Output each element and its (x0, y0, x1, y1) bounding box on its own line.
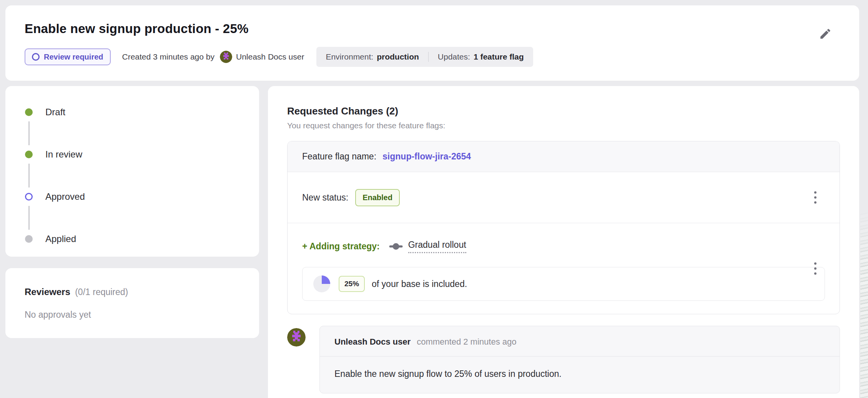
header-meta-row: Review required Created 3 minutes ago by (25, 47, 840, 67)
requested-changes-title: Requested Changes (2) (287, 105, 840, 117)
reviewers-card: Reviewers (0/1 required) No approvals ye… (5, 268, 259, 338)
rollout-percentage-badge: 25% (339, 276, 365, 292)
kebab-menu-icon (814, 191, 816, 194)
timeline-step-label: Draft (45, 107, 65, 118)
requested-changes-card: Requested Changes (2) You request change… (268, 86, 859, 398)
kebab-menu-icon (814, 262, 816, 265)
new-status-row: New status: Enabled (288, 172, 840, 223)
author-avatar (220, 51, 232, 63)
status-timeline-card: Draft In review Approved Applied (5, 86, 259, 257)
background-texture (860, 212, 868, 398)
pill-divider (428, 52, 429, 62)
flag-name-label: Feature flag name: (302, 151, 376, 162)
new-status-label: New status: (302, 192, 348, 203)
strategy-row-menu-button[interactable] (811, 259, 820, 278)
timeline-step-draft: Draft (25, 107, 244, 118)
timeline-connector (28, 121, 30, 145)
requested-changes-subtitle: You request changes for these feature fl… (287, 121, 840, 130)
comment-timestamp: commented 2 minutes ago (417, 337, 516, 347)
change-request-page: Enable new signup production - 25% Revie… (0, 0, 868, 398)
commenter-avatar (287, 328, 306, 347)
step-done-dot-icon (25, 108, 33, 116)
enabled-status-badge: Enabled (355, 189, 400, 206)
timeline-step-in-review: In review (25, 149, 244, 160)
adding-strategy-row: + Adding strategy: Gradual rollout (302, 238, 825, 255)
environment-label: Environment: (326, 52, 373, 61)
strategy-name-link[interactable]: Gradual rollout (408, 240, 466, 253)
comment-thread: Unleash Docs user commented 2 minutes ag… (287, 326, 840, 393)
review-required-badge: Review required (25, 48, 111, 65)
timeline-step-label: Applied (45, 234, 76, 244)
timeline-step-label: In review (45, 149, 82, 160)
avatar-robot-icon (287, 328, 306, 347)
reviewers-title: Reviewers (25, 287, 70, 297)
comment-author: Unleash Docs user (334, 337, 411, 347)
environment-pill: Environment: production Updates: 1 featu… (316, 47, 533, 67)
circle-outline-icon (32, 53, 40, 61)
no-approvals-text: No approvals yet (25, 310, 244, 320)
rollout-description: of your base is included. (372, 279, 467, 289)
updates-value: 1 feature flag (474, 52, 524, 61)
pie-chart-icon (313, 275, 331, 293)
step-pending-dot-icon (25, 235, 33, 243)
comment-card: Unleash Docs user commented 2 minutes ag… (319, 326, 840, 393)
reviewers-requirement: (0/1 required) (75, 287, 128, 297)
review-required-label: Review required (44, 53, 103, 61)
flag-name-link[interactable]: signup-flow-jira-2654 (382, 151, 471, 162)
updates-label: Updates: (438, 52, 470, 61)
status-row-menu-button[interactable] (811, 188, 820, 207)
step-done-dot-icon (25, 151, 33, 158)
timeline-step-approved: Approved (25, 191, 244, 202)
rollout-summary-box: 25% of your base is included. (302, 267, 825, 301)
timeline-step-label: Approved (45, 191, 85, 202)
avatar-robot-icon (220, 51, 232, 63)
timeline-connector (28, 206, 30, 230)
change-request-header-card: Enable new signup production - 25% Revie… (5, 5, 859, 81)
edit-title-button[interactable] (817, 25, 834, 42)
created-text: Created 3 minutes ago by (122, 52, 215, 61)
flag-name-row: Feature flag name: signup-flow-jira-2654 (288, 141, 840, 172)
author-name: Unleash Docs user (236, 52, 304, 61)
environment-value: production (377, 52, 419, 61)
adding-strategy-section: + Adding strategy: Gradual rollout (288, 223, 840, 314)
feature-flag-changes-panel: Feature flag name: signup-flow-jira-2654… (287, 141, 840, 314)
reviewers-heading: Reviewers (0/1 required) (25, 287, 244, 297)
step-current-ring-icon (25, 193, 33, 201)
gradual-rollout-icon (389, 241, 403, 252)
pencil-icon (819, 27, 832, 40)
comment-header: Unleash Docs user commented 2 minutes ag… (320, 326, 840, 357)
adding-strategy-label: + Adding strategy: (302, 241, 380, 252)
timeline-connector (28, 164, 30, 187)
page-title: Enable new signup production - 25% (25, 22, 840, 36)
comment-body: Enable the new signup flow to 25% of use… (320, 357, 840, 393)
timeline-step-applied: Applied (25, 234, 244, 244)
